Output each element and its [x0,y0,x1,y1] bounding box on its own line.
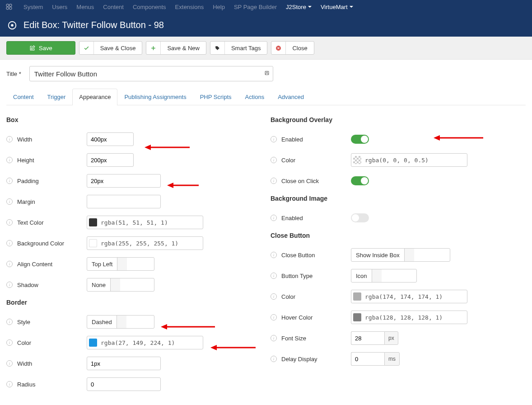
row-close-button: iClose Button Show Inside Box [271,248,526,262]
bgimage-enabled-toggle[interactable] [351,213,369,222]
align-value: Top Left [87,258,117,270]
overlay-color-value: rgba(0, 0, 0, 0.5) [365,157,429,164]
info-icon[interactable]: i [6,282,13,288]
color-swatch [89,339,97,347]
tab-trigger[interactable]: Trigger [41,89,73,105]
textcolor-label: Text Color [17,219,44,226]
floppy-icon[interactable] [264,71,270,77]
close-button-value: Show Inside Box [351,249,404,261]
width-input[interactable] [87,132,134,146]
joomla-icon[interactable] [5,2,14,11]
menu-help[interactable]: Help [208,4,229,10]
bgcolor-input[interactable]: rgba(255, 255, 255, 1) [87,236,203,250]
border-style-select[interactable]: Dashed [87,315,154,329]
menu-j2store-label: J2Store [286,4,306,10]
menu-extensions[interactable]: Extensions [171,4,209,10]
menu-virtuemart-label: VirtueMart [321,4,348,10]
shadow-select[interactable]: None [87,278,154,292]
row-border-style: iStyle Dashed [6,315,261,329]
info-icon[interactable]: i [6,198,13,205]
info-icon[interactable]: i [271,157,277,163]
check-icon [79,42,94,54]
menu-sp-page-builder[interactable]: SP Page Builder [229,4,281,10]
row-border-width: iWidth [6,357,261,370]
row-height: iHeight [6,153,261,167]
align-select[interactable]: Top Left [87,257,154,271]
padding-input[interactable] [87,174,161,188]
row-border-radius: iRadius [6,377,261,391]
closebtn-color-value: rgba(174, 174, 174, 1) [365,293,443,300]
delay-label: Delay Display [281,356,317,363]
info-icon[interactable]: i [6,157,13,163]
info-icon[interactable]: i [271,273,277,279]
info-icon[interactable]: i [271,335,277,341]
info-icon[interactable]: i [6,136,13,142]
info-icon[interactable]: i [6,219,13,226]
delay-input-group: ms [351,352,400,366]
info-icon[interactable]: i [6,339,13,346]
menu-system[interactable]: System [19,4,47,10]
info-icon[interactable]: i [271,314,277,320]
margin-label: Margin [17,198,35,205]
close-button[interactable]: Close [271,41,314,55]
info-icon[interactable]: i [271,178,277,184]
save-close-label: Save & Close [94,45,142,52]
info-icon[interactable]: i [271,136,277,142]
tab-appearance[interactable]: Appearance [72,89,117,105]
save-new-button[interactable]: Save & New [146,41,206,55]
close-button-select[interactable]: Show Inside Box [351,248,450,262]
tab-php-scripts[interactable]: PHP Scripts [193,89,238,105]
delay-input[interactable] [351,352,384,366]
title-row: Title * [6,66,526,81]
save-button[interactable]: Save [6,41,75,55]
close-on-click-label: Close on Click [281,178,319,184]
info-icon[interactable]: i [6,360,13,367]
caret-icon [350,6,353,8]
close-on-click-toggle[interactable] [351,176,369,185]
overlay-color-input[interactable]: rgba(0, 0, 0, 0.5) [351,153,467,167]
info-icon[interactable]: i [271,252,277,258]
border-color-input[interactable]: rgba(27, 149, 224, 1) [87,336,203,349]
info-icon[interactable]: i [271,356,277,362]
info-icon[interactable]: i [271,215,277,221]
margin-input[interactable] [87,195,161,208]
closebtn-color-input[interactable]: rgba(174, 174, 174, 1) [351,290,467,303]
border-width-input[interactable] [87,357,161,370]
row-bgimage-enabled: iEnabled [271,211,526,225]
menu-j2store[interactable]: J2Store [281,4,316,10]
closebtn-hover-input[interactable]: rgba(128, 128, 128, 1) [351,311,467,324]
info-icon[interactable]: i [6,319,13,325]
menu-users[interactable]: Users [47,4,72,10]
textcolor-input[interactable]: rgba(51, 51, 51, 1) [87,216,203,229]
info-icon[interactable]: i [6,261,13,267]
button-type-select[interactable]: Icon [351,269,417,283]
overlay-enabled-toggle[interactable] [351,135,369,144]
row-border-color: iColor rgba(27, 149, 224, 1) [6,336,261,349]
height-input[interactable] [87,153,134,167]
overlay-color-label: Color [281,157,295,164]
bgimage-enabled-label: Enabled [281,215,303,221]
info-icon[interactable]: i [6,178,13,184]
menu-content[interactable]: Content [98,4,128,10]
menu-virtuemart[interactable]: VirtueMart [316,4,358,10]
info-icon[interactable]: i [271,293,277,300]
menu-components[interactable]: Components [128,4,171,10]
textcolor-value: rgba(51, 51, 51, 1) [101,219,168,226]
menu-menus[interactable]: Menus [72,4,98,10]
border-radius-input[interactable] [87,377,161,391]
title-input[interactable] [29,66,273,81]
tab-actions[interactable]: Actions [238,89,271,105]
tab-advanced[interactable]: Advanced [271,89,311,105]
plus-icon [146,42,161,54]
save-close-button[interactable]: Save & Close [79,41,143,55]
tab-publishing-assignments[interactable]: Publishing Assignments [117,89,193,105]
color-swatch [89,239,97,247]
bgcolor-label: Background Color [17,240,64,247]
info-icon[interactable]: i [6,240,13,246]
row-width: iWidth [6,132,261,146]
tag-icon [210,42,225,54]
tab-content[interactable]: Content [6,89,41,105]
smart-tags-button[interactable]: Smart Tags [210,41,268,55]
info-icon[interactable]: i [6,381,13,387]
fontsize-input[interactable] [351,331,384,345]
